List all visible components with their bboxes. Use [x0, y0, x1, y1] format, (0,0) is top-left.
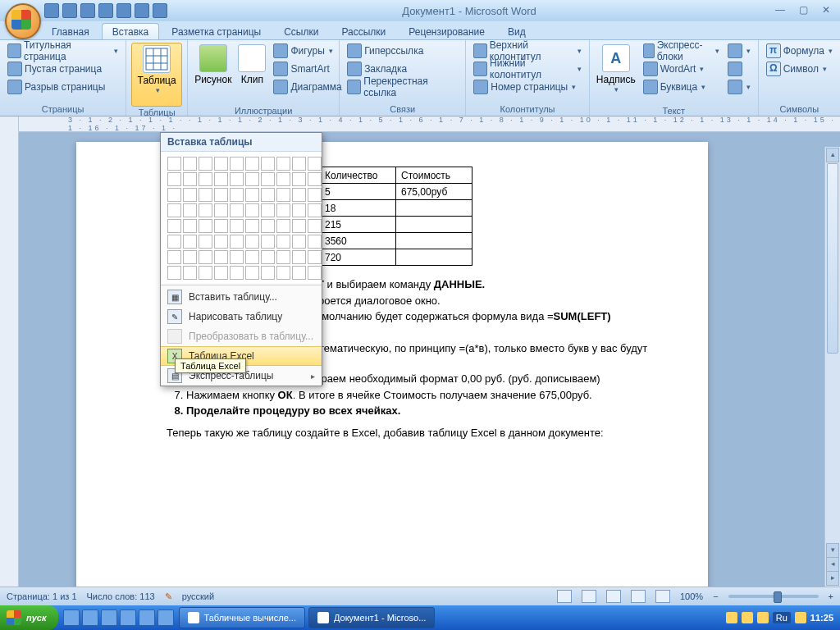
zoom-slider[interactable] [728, 595, 819, 598]
equation-button[interactable]: πФормула▾ [764, 43, 835, 59]
grid-cell[interactable] [308, 235, 322, 249]
grid-cell[interactable] [308, 157, 322, 171]
wordart-button[interactable]: WordArt▾ [641, 61, 722, 77]
grid-cell[interactable] [199, 266, 212, 280]
grid-cell[interactable] [261, 203, 275, 217]
grid-cell[interactable] [167, 157, 181, 171]
taskbar-task-word[interactable]: Документ1 - Microso... [308, 607, 435, 628]
grid-cell[interactable] [276, 219, 290, 233]
grid-cell[interactable] [183, 250, 197, 264]
grid-cell[interactable] [199, 250, 212, 264]
grid-cell[interactable] [245, 250, 259, 264]
grid-cell[interactable] [199, 219, 212, 233]
grid-cell[interactable] [230, 219, 244, 233]
grid-cell[interactable] [292, 157, 306, 171]
grid-cell[interactable] [276, 188, 290, 202]
header-button[interactable]: Верхний колонтитул▾ [471, 43, 584, 59]
hyperlink-button[interactable]: Гиперссылка [345, 43, 460, 59]
status-language[interactable]: русский [182, 591, 214, 601]
grid-cell[interactable] [214, 219, 228, 233]
close-button[interactable]: ✕ [817, 4, 835, 17]
grid-cell[interactable] [167, 188, 181, 202]
tab-references[interactable]: Ссылки [273, 23, 329, 39]
grid-cell[interactable] [183, 235, 197, 249]
scroll-thumb[interactable] [827, 163, 838, 354]
grid-cell[interactable] [261, 172, 275, 186]
view-outline-icon[interactable] [631, 590, 646, 603]
grid-cell[interactable] [261, 266, 275, 280]
grid-cell[interactable] [276, 250, 290, 264]
grid-cell[interactable] [214, 188, 228, 202]
view-fullscreen-icon[interactable] [582, 590, 596, 603]
maximize-button[interactable]: ▢ [794, 4, 812, 17]
scroll-up-button[interactable]: ▴ [826, 148, 839, 162]
qat-preview-icon[interactable] [153, 3, 167, 18]
grid-cell[interactable] [183, 266, 197, 280]
grid-cell[interactable] [245, 172, 259, 186]
tray-icon[interactable] [742, 612, 753, 623]
grid-cell[interactable] [199, 172, 212, 186]
grid-cell[interactable] [245, 203, 259, 217]
quickparts-button[interactable]: Экспресс-блоки▾ [641, 43, 722, 59]
grid-cell[interactable] [214, 157, 228, 171]
picture-button[interactable]: Рисунок [193, 43, 233, 105]
grid-cell[interactable] [245, 266, 259, 280]
taskbar-task-chrome[interactable]: Табличные вычисле... [179, 607, 305, 628]
table-button[interactable]: Таблица▾ [131, 43, 182, 107]
tray-icon[interactable] [757, 612, 769, 623]
quicklaunch-icon[interactable] [158, 609, 174, 626]
status-page[interactable]: Страница: 1 из 1 [7, 591, 77, 601]
tab-view[interactable]: Вид [497, 23, 536, 39]
grid-cell[interactable] [230, 266, 244, 280]
crossref-button[interactable]: Перекрестная ссылка [345, 79, 460, 95]
qat-redo-icon[interactable] [80, 3, 95, 18]
grid-cell[interactable] [308, 172, 322, 186]
bookmark-button[interactable]: Закладка [345, 61, 460, 77]
grid-cell[interactable] [167, 266, 181, 280]
tray-icon[interactable] [795, 612, 806, 623]
view-draft-icon[interactable] [655, 590, 670, 603]
grid-cell[interactable] [214, 235, 228, 249]
grid-cell[interactable] [167, 235, 181, 249]
grid-cell[interactable] [199, 157, 212, 171]
grid-cell[interactable] [292, 235, 306, 249]
grid-cell[interactable] [308, 219, 322, 233]
grid-cell[interactable] [292, 219, 306, 233]
scroll-down-button[interactable]: ▾ [826, 543, 839, 558]
grid-cell[interactable] [292, 188, 306, 202]
grid-cell[interactable] [199, 188, 212, 202]
grid-cell[interactable] [292, 203, 306, 217]
zoom-out-button[interactable]: − [713, 591, 718, 601]
grid-cell[interactable] [261, 235, 275, 249]
grid-cell[interactable] [230, 235, 244, 249]
grid-cell[interactable] [292, 250, 306, 264]
office-button[interactable] [5, 3, 41, 39]
grid-cell[interactable] [245, 235, 259, 249]
footer-button[interactable]: Нижний колонтитул▾ [471, 61, 584, 77]
smartart-button[interactable]: SmartArt [271, 61, 344, 77]
grid-cell[interactable] [183, 157, 197, 171]
quicklaunch-icon[interactable] [101, 609, 117, 626]
grid-cell[interactable] [230, 188, 244, 202]
prev-page-button[interactable]: ◂ [826, 557, 839, 572]
quicklaunch-icon[interactable] [63, 609, 80, 626]
tab-review[interactable]: Рецензирование [398, 23, 495, 39]
qat-new-icon[interactable] [116, 3, 131, 18]
grid-cell[interactable] [292, 172, 306, 186]
view-web-icon[interactable] [606, 590, 621, 603]
grid-cell[interactable] [214, 266, 228, 280]
grid-cell[interactable] [214, 203, 228, 217]
grid-cell[interactable] [276, 157, 290, 171]
clipart-button[interactable]: Клип [236, 43, 267, 105]
table-size-grid[interactable] [161, 152, 322, 283]
status-words[interactable]: Число слов: 113 [87, 591, 155, 601]
grid-cell[interactable] [183, 172, 197, 186]
object-button[interactable]: ▾ [725, 79, 753, 95]
cover-page-button[interactable]: Титульная страница▾ [5, 43, 121, 59]
quicklaunch-icon[interactable] [82, 609, 98, 626]
grid-cell[interactable] [276, 266, 290, 280]
blank-page-button[interactable]: Пустая страница [5, 61, 121, 77]
zoom-in-button[interactable]: + [829, 591, 833, 601]
grid-cell[interactable] [183, 219, 197, 233]
qat-save-icon[interactable] [44, 3, 59, 18]
